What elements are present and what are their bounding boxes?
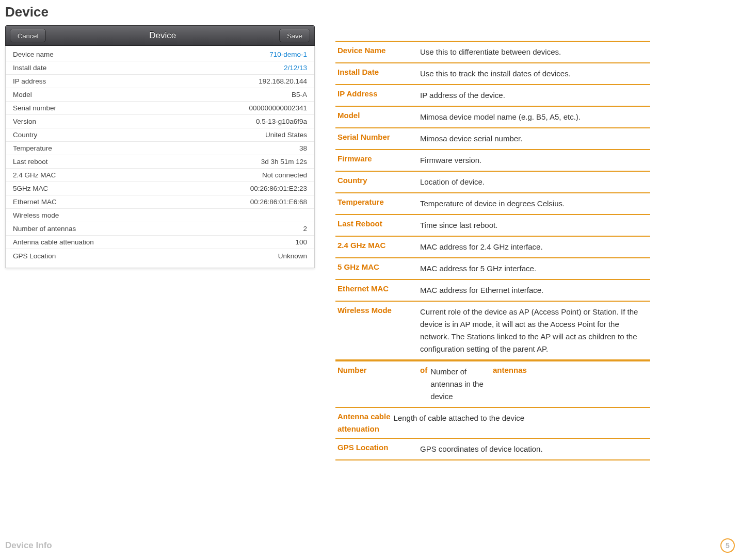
panel-row: Temperature38 — [6, 142, 314, 155]
panel-row-label: IP address — [13, 77, 46, 85]
panel-row: Last reboot3d 3h 51m 12s — [6, 155, 314, 169]
panel-row: 5GHz MAC00:26:86:01:E2:23 — [6, 182, 314, 195]
panel-row: CountryUnited States — [6, 128, 314, 142]
page-title: Device — [5, 0, 735, 25]
panel-row-label: 5GHz MAC — [13, 185, 48, 192]
def-label: Last Reboot — [337, 219, 420, 232]
definition-row: IP AddressIP address of the device. — [335, 84, 650, 106]
def-label: 2.4 GHz MAC — [337, 241, 420, 253]
panel-row: 2.4 GHz MACNot connected — [6, 169, 314, 182]
panel-row-label: Serial number — [13, 104, 56, 112]
panel-row-value: Unknown — [278, 252, 307, 260]
def-desc: Use this to differentiate between device… — [420, 46, 561, 58]
def-label: Install Date — [337, 68, 420, 80]
panel-row: Ethernet MAC00:26:86:01:E6:68 — [6, 195, 314, 209]
footer-section-label: Device Info — [5, 540, 52, 551]
def-label: Ethernet MAC — [337, 284, 420, 297]
page-footer: Device Info 5 — [5, 538, 735, 553]
panel-row-value: 38 — [299, 144, 307, 152]
def-label: GPS Location — [337, 443, 420, 455]
def-antenna-cable-attenuation: Antenna cable Length of cable attached t… — [335, 407, 650, 438]
def-label: antennas — [493, 366, 527, 374]
definition-row: 5 GHz MACMAC address for 5 GHz interface… — [335, 257, 650, 279]
panel-row-label: Last reboot — [13, 158, 48, 166]
definition-row: Ethernet MACMAC address for Ethernet int… — [335, 279, 650, 301]
panel-row: Antenna cable attenuation100 — [6, 236, 314, 249]
definition-row: FirmwareFirmware version. — [335, 149, 650, 171]
content-columns: Cancel Device Save Device name710-demo-1… — [5, 25, 735, 460]
panel-row: Wireless mode — [6, 209, 314, 222]
definition-row: Wireless ModeCurrent role of the device … — [335, 301, 650, 360]
panel-row-value: United States — [265, 131, 307, 139]
def-label: Number — [337, 366, 420, 374]
device-panel: Cancel Device Save Device name710-demo-1… — [5, 25, 315, 460]
panel-row-label: Temperature — [13, 144, 52, 152]
panel-row-label: 2.4 GHz MAC — [13, 171, 56, 179]
panel-row: Serial number000000000002341 — [6, 102, 314, 115]
def-desc: IP address of the device. — [420, 89, 505, 102]
def-label: Temperature — [337, 197, 420, 210]
panel-row-label: GPS Location — [13, 252, 56, 260]
panel-row-value: 000000000002341 — [249, 104, 307, 112]
panel-row-label: Model — [13, 91, 32, 98]
panel-titlebar: Cancel Device Save — [5, 25, 315, 46]
panel-row-value: 2 — [303, 225, 307, 233]
def-gps-location: GPS Location GPS coordinates of device l… — [335, 438, 650, 460]
panel-row-label: Antenna cable attenuation — [13, 238, 94, 246]
panel-row-value: 710-demo-1 — [269, 51, 307, 58]
def-desc: MAC address for 2.4 GHz interface. — [420, 241, 543, 253]
panel-title: Device — [46, 30, 279, 41]
def-desc: Use this to track the install dates of d… — [420, 68, 571, 80]
save-button[interactable]: Save — [279, 29, 310, 42]
def-label: attenuation — [337, 424, 379, 433]
panel-row-label: Device name — [13, 51, 54, 58]
panel-row-label: Version — [13, 118, 36, 125]
cancel-button[interactable]: Cancel — [10, 29, 46, 42]
def-desc: Number of antennas in the device — [430, 366, 493, 403]
panel-row-value: 3d 3h 51m 12s — [261, 158, 307, 166]
def-label: Model — [337, 111, 420, 123]
panel-row-label: Wireless mode — [13, 211, 59, 219]
def-desc: Temperature of device in degrees Celsius… — [420, 197, 565, 210]
panel-row-value: 2/12/13 — [284, 64, 307, 72]
page-number-badge: 5 — [720, 538, 735, 553]
definition-row: ModelMimosa device model name (e.g. B5, … — [335, 106, 650, 127]
def-desc: GPS coordinates of device location. — [420, 443, 543, 455]
def-label: Serial Number — [337, 133, 420, 145]
definitions-column: Device NameUse this to differentiate bet… — [335, 25, 650, 460]
panel-row: Number of antennas2 — [6, 222, 314, 236]
def-label: Antenna cable — [337, 412, 391, 421]
def-desc: Mimosa device serial number. — [420, 133, 522, 145]
panel-row: Version0.5-13-g10a6f9a — [6, 115, 314, 128]
definition-row: Last RebootTime since last reboot. — [335, 214, 650, 236]
panel-row-label: Ethernet MAC — [13, 198, 57, 206]
def-desc: Length of cable attached to the device — [394, 412, 525, 424]
panel-row: GPS LocationUnknown — [6, 249, 314, 262]
def-label: Firmware — [337, 154, 420, 167]
def-desc: Current role of the device as AP (Access… — [420, 306, 648, 355]
def-desc: Time since last reboot. — [420, 219, 497, 232]
panel-row-label: Install date — [13, 64, 46, 72]
panel-row[interactable]: Device name710-demo-1 — [6, 48, 314, 61]
definition-row: Install DateUse this to track the instal… — [335, 62, 650, 84]
panel-row-value: 0.5-13-g10a6f9a — [256, 118, 307, 125]
def-label: 5 GHz MAC — [337, 262, 420, 275]
definition-row: 2.4 GHz MACMAC address for 2.4 GHz inter… — [335, 236, 650, 257]
def-desc: Firmware version. — [420, 154, 481, 167]
panel-row-label: Number of antennas — [13, 225, 76, 233]
panel-row-value: B5-A — [292, 91, 307, 98]
def-desc: Location of device. — [420, 176, 485, 188]
definition-row: CountryLocation of device. — [335, 171, 650, 192]
panel-body: Device name710-demo-1Install date2/12/13… — [5, 46, 315, 268]
def-desc: MAC address for Ethernet interface. — [420, 284, 543, 297]
panel-row-value: Not connected — [262, 171, 307, 179]
panel-row: ModelB5-A — [6, 88, 314, 102]
panel-row-value: 100 — [295, 238, 307, 246]
panel-row-value: 192.168.20.144 — [259, 77, 307, 85]
def-number-of-antennas: Number of Number of antennas in the devi… — [335, 360, 650, 407]
panel-row-value: 00:26:86:01:E2:23 — [250, 185, 307, 192]
panel-row-label: Country — [13, 131, 37, 139]
definition-row: TemperatureTemperature of device in degr… — [335, 192, 650, 214]
panel-row[interactable]: Install date2/12/13 — [6, 61, 314, 75]
panel-row-value: 00:26:86:01:E6:68 — [250, 198, 307, 206]
